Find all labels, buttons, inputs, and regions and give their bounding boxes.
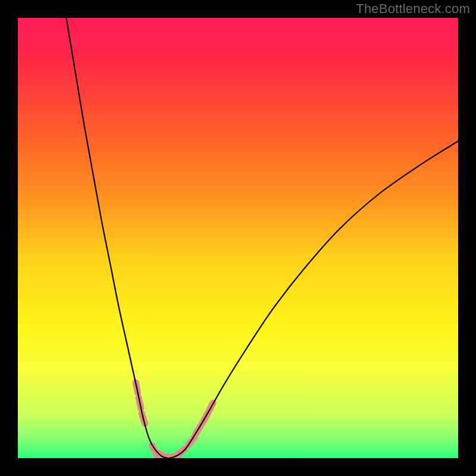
plot-area	[18, 18, 458, 458]
gradient-background	[18, 18, 458, 458]
chart-frame: TheBottleneck.com	[0, 0, 476, 476]
chart-svg	[18, 18, 458, 458]
watermark-text: TheBottleneck.com	[356, 1, 470, 17]
